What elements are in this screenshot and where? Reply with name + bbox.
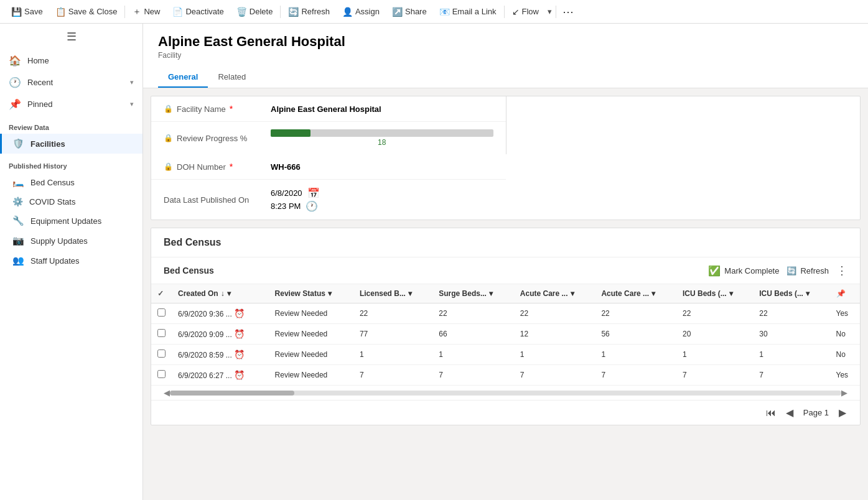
check-all-icon[interactable]: ✓ — [157, 289, 164, 298]
sidebar-item-supply-updates[interactable]: 📷 Supply Updates — [0, 231, 142, 251]
col-header-icu-beds-1: ICU Beds (... ▾ — [676, 284, 753, 303]
progress-bar-bg — [271, 129, 493, 137]
tab-related[interactable]: Related — [208, 67, 256, 88]
filter-chevron-acute1[interactable]: ▾ — [571, 289, 574, 298]
new-icon: ＋ — [133, 6, 141, 17]
sidebar-item-bed-census[interactable]: 🛏️ Bed Census — [0, 172, 142, 192]
filter-chevron-status[interactable]: ▾ — [328, 289, 332, 298]
record-header: Alpine East General Hospital Facility Ge… — [143, 24, 868, 88]
recent-icon: 🕐 — [9, 76, 21, 88]
row-check-3[interactable] — [151, 365, 172, 386]
sidebar-item-pinned[interactable]: 📌 Pinned ▾ — [0, 93, 142, 115]
next-page-button[interactable]: ▶ — [835, 405, 850, 420]
row-checkbox-2[interactable] — [157, 350, 166, 358]
table-row[interactable]: 6/9/2020 9:09 ... ⏰ Review Needed 77 66 … — [151, 324, 860, 345]
sidebar-item-equipment-updates[interactable]: 🔧 Equipment Updates — [0, 211, 142, 231]
refresh-icon: 🔄 — [288, 7, 299, 17]
facilities-icon: 🛡️ — [12, 138, 24, 149]
save-icon: 💾 — [11, 7, 22, 17]
review-progress-row: 🔒 Review Progress % 18 — [151, 122, 506, 154]
save-close-button[interactable]: 📋 Save & Close — [49, 0, 124, 24]
filter-chevron-icu1[interactable]: ▾ — [729, 289, 733, 298]
status-dot-3: ⏰ — [234, 370, 245, 380]
sidebar-item-staff-updates[interactable]: 👥 Staff Updates — [0, 251, 142, 271]
scroll-track[interactable] — [170, 391, 841, 396]
published-date: 6/8/2020 📅 — [271, 187, 320, 199]
refresh-circle-icon: 🔄 — [786, 266, 796, 275]
date-row: 6/8/2020 📅 8:23 PM 🕐 — [271, 187, 493, 212]
more-options-button[interactable]: ⋯ — [558, 0, 579, 24]
toolbar-sep-3 — [504, 6, 505, 18]
col-header-icu-beds-2: ICU Beds (... ▾ — [753, 284, 829, 303]
row-check-1[interactable] — [151, 324, 172, 345]
hamburger-button[interactable]: ☰ — [0, 24, 142, 50]
review-data-label: Review Data — [0, 115, 142, 134]
filter-chevron-surge[interactable]: ▾ — [489, 289, 493, 298]
first-page-button[interactable]: ⏮ — [762, 406, 780, 420]
row-icu-beds-1-3: 7 — [676, 365, 753, 386]
table-row[interactable]: 6/9/2020 8:59 ... ⏰ Review Needed 1 1 1 … — [151, 345, 860, 365]
equipment-icon: 🔧 — [12, 215, 24, 226]
row-check-0[interactable] — [151, 303, 172, 324]
col-header-acute-care-2: Acute Care ... ▾ — [595, 284, 676, 303]
bed-census-title: Bed Census — [151, 228, 860, 257]
delete-icon: 🗑️ — [236, 7, 247, 17]
sidebar-item-recent[interactable]: 🕐 Recent ▾ — [0, 72, 142, 93]
delete-button[interactable]: 🗑️ Delete — [230, 0, 279, 24]
record-subtitle: Facility — [158, 51, 853, 60]
page-info: Page 1 — [800, 408, 833, 417]
filter-chevron-licensed[interactable]: ▾ — [408, 289, 412, 298]
form-section: 🔒 Facility Name * Alpine East General Ho… — [151, 96, 861, 220]
deactivate-button[interactable]: 📄 Deactivate — [166, 0, 230, 24]
table-row[interactable]: 6/9/2020 9:36 ... ⏰ Review Needed 22 22 … — [151, 303, 860, 324]
table-row[interactable]: 6/9/2020 6:27 ... ⏰ Review Needed 7 7 7 … — [151, 365, 860, 386]
share-button[interactable]: ↗️ Share — [386, 0, 433, 24]
scroll-left-btn[interactable]: ◀ — [164, 388, 170, 397]
row-checkbox-3[interactable] — [157, 370, 166, 378]
covid-stats-icon: ⚙️ — [12, 197, 23, 206]
col-header-licensed-beds: Licensed B... ▾ — [353, 284, 432, 303]
new-button[interactable]: ＋ New — [126, 0, 166, 24]
save-button[interactable]: 💾 Save — [5, 0, 49, 24]
assign-button[interactable]: 👤 Assign — [336, 0, 386, 24]
status-dot-2: ⏰ — [234, 350, 245, 359]
bed-census-refresh-button[interactable]: 🔄 Refresh — [786, 266, 829, 275]
prev-page-button[interactable]: ◀ — [782, 405, 797, 420]
data-published-label: Data Last Published On — [164, 195, 263, 205]
horizontal-scrollbar-row: ◀ ▶ — [151, 386, 860, 400]
form-right: 🔒 DOH Number * WH-666 Data Last Publishe… — [151, 154, 506, 220]
scroll-right-btn[interactable]: ▶ — [841, 388, 847, 397]
data-published-row: Data Last Published On 6/8/2020 📅 8:23 P… — [151, 180, 506, 220]
bed-census-more-button[interactable]: ⋮ — [836, 264, 847, 277]
row-check-2[interactable] — [151, 345, 172, 365]
row-icu-beds-1-2: 1 — [676, 345, 753, 365]
mark-complete-button[interactable]: ✅ Mark Complete — [708, 265, 779, 277]
calendar-icon: 📅 — [307, 187, 320, 199]
flow-button[interactable]: ↙ Flow — [506, 0, 545, 24]
sort-icon-created[interactable]: ↓ — [221, 289, 225, 298]
filter-chevron-icu2[interactable]: ▾ — [806, 289, 810, 298]
tab-general[interactable]: General — [158, 67, 208, 88]
row-acute-care-2-2: 1 — [595, 345, 676, 365]
row-surge-beds-1: 66 — [432, 324, 514, 345]
row-checkbox-0[interactable] — [157, 308, 166, 317]
flow-chevron[interactable]: ▾ — [545, 7, 554, 16]
sidebar-item-home[interactable]: 🏠 Home — [0, 50, 142, 72]
facility-name-value: Alpine East General Hospital — [271, 104, 493, 114]
row-extra-1: No — [830, 324, 860, 345]
form-left: 🔒 Facility Name * Alpine East General Ho… — [151, 96, 506, 154]
row-created-on-2: 6/9/2020 8:59 ... ⏰ — [172, 345, 269, 365]
share-icon: ↗️ — [392, 7, 403, 17]
row-icu-beds-2-2: 1 — [753, 345, 829, 365]
row-checkbox-1[interactable] — [157, 329, 166, 337]
sidebar-item-covid-stats[interactable]: ⚙️ COVID Stats — [0, 192, 142, 211]
refresh-button[interactable]: 🔄 Refresh — [282, 0, 336, 24]
main-layout: ☰ 🏠 Home 🕐 Recent ▾ 📌 Pinned ▾ Review Da… — [0, 24, 868, 500]
sidebar-item-facilities[interactable]: 🛡️ Facilities — [0, 134, 142, 154]
sort-chevron-created[interactable]: ▾ — [227, 289, 231, 298]
filter-chevron-acute2[interactable]: ▾ — [651, 289, 655, 298]
form-grid: 🔒 Facility Name * Alpine East General Ho… — [151, 96, 860, 220]
pin-col-icon[interactable]: 📌 — [836, 289, 846, 298]
email-button[interactable]: 📧 Email a Link — [433, 0, 503, 24]
toolbar: 💾 Save 📋 Save & Close ＋ New 📄 Deactivate… — [0, 0, 868, 24]
